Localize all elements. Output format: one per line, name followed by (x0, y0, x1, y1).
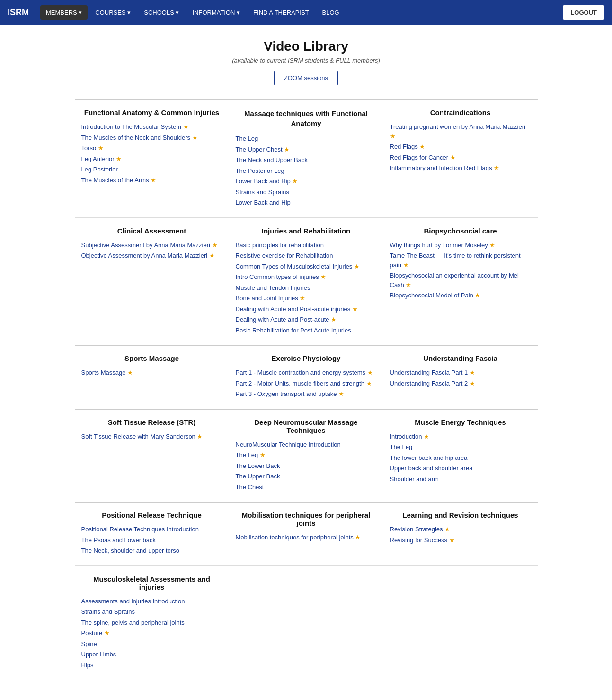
link-met-shoulder-arm[interactable]: Shoulder and arm (390, 476, 439, 483)
link-subjective-assessment[interactable]: Subjective Assessment by Anna Maria Mazz… (81, 242, 218, 249)
link-msk-posture[interactable]: Posture ★ (81, 629, 110, 637)
link-msk-strains[interactable]: Strains and Sprains (81, 608, 135, 615)
link-msk-spine[interactable]: Spine (81, 640, 97, 647)
list-item: Basic Rehabilitation for Post Acute Inju… (236, 326, 377, 335)
link-muscles-arms[interactable]: The Muscles of the Arms ★ (81, 177, 157, 184)
nav-courses[interactable]: COURSES ▾ (89, 5, 136, 20)
list-item: The Neck, shoulder and upper torso (81, 546, 222, 556)
link-prt-neck-shoulder[interactable]: The Neck, shoulder and upper torso (81, 547, 179, 554)
link-nmt-lower-back[interactable]: The Lower Back (236, 462, 280, 469)
link-leg-anterior[interactable]: Leg Anterior ★ (81, 155, 122, 162)
link-msk-upper-limbs[interactable]: Upper Limbs (81, 651, 116, 658)
link-str-mary-sanderson[interactable]: Soft Tissue Release with Mary Sanderson … (81, 433, 203, 440)
link-dealing-acute-star[interactable]: Dealing with Acute and Post-acute injuri… (236, 305, 358, 313)
link-muscles-neck[interactable]: The Muscles of the Neck and Shoulders ★ (81, 134, 198, 141)
star-icon: ★ (470, 369, 475, 376)
nav-information[interactable]: INFORMATION ▾ (186, 5, 246, 20)
link-met-leg[interactable]: The Leg (390, 443, 413, 450)
link-sports-massage[interactable]: Sports Massage ★ (81, 369, 133, 376)
nav-members[interactable]: MEMBERS ▾ (40, 5, 88, 20)
link-msk-intro[interactable]: Assessments and injuries Introduction (81, 598, 185, 605)
link-lower-back-hip-star[interactable]: Lower Back and Hip ★ (236, 178, 298, 185)
section-empty-1 (229, 566, 383, 681)
nav-find-therapist[interactable]: FIND A THERAPIST (248, 5, 315, 20)
section-row-1: Clinical Assessment Subjective Assessmen… (75, 218, 538, 346)
list-item: Part 1 - Muscle contraction and energy s… (236, 368, 377, 377)
link-muscle-tendon[interactable]: Muscle and Tendon Injuries (236, 284, 310, 291)
link-treating-pregnant[interactable]: Treating pregnant women by Anna Maria Ma… (390, 123, 525, 140)
link-msk-spine-pelvis[interactable]: The spine, pelvis and peripheral joints (81, 619, 185, 626)
nav-items: MEMBERS ▾ COURSES ▾ SCHOOLS ▾ INFORMATIO… (40, 5, 563, 20)
link-torso[interactable]: Torso ★ (81, 144, 104, 152)
link-nmt-chest[interactable]: The Chest (236, 484, 264, 491)
list-item: Biopsychosocial an experiential account … (390, 271, 531, 289)
link-basic-principles[interactable]: Basic principles for rehabilitation (236, 242, 324, 249)
link-why-things-hurt[interactable]: Why things hurt by Lorimer Moseley ★ (390, 242, 496, 249)
list-item: Leg Anterior ★ (81, 154, 222, 164)
star-icon: ★ (475, 292, 480, 299)
section-learning-revision: Learning and Revision techniques Revisio… (383, 503, 538, 566)
link-nmt-leg[interactable]: The Leg ★ (236, 451, 266, 458)
star-icon: ★ (300, 295, 305, 302)
section-injuries-rehab: Injuries and Rehabilitation Basic princi… (229, 218, 383, 346)
list-item: Tame The Beast — It's time to rethink pe… (390, 251, 531, 269)
link-posterior-leg[interactable]: The Posterior Leg (236, 167, 284, 174)
link-objective-assessment[interactable]: Objective Assessment by Anna Maria Mazzi… (81, 252, 215, 259)
link-msk-hips[interactable]: Hips (81, 662, 94, 669)
section-title-msk: Musculoskeletal Assessments and injuries (81, 575, 222, 591)
section-soft-tissue-release: Soft Tissue Release (STR) Soft Tissue Re… (75, 410, 229, 503)
link-intro-muscular[interactable]: Introduction to The Muscular System ★ (81, 123, 189, 130)
link-resistive-exercise[interactable]: Resistive exercise for Rehabilitation (236, 252, 333, 259)
section-title-positional-release: Positional Release Technique (81, 511, 222, 519)
link-lower-back-hip[interactable]: Lower Back and Hip (236, 199, 291, 206)
link-intro-common-types[interactable]: Intro Common types of injuries ★ (236, 273, 327, 280)
link-part2-motor[interactable]: Part 2 - Motor Units, muscle fibers and … (236, 380, 372, 387)
link-the-leg[interactable]: The Leg (236, 135, 258, 142)
link-tame-beast[interactable]: Tame The Beast — It's time to rethink pe… (390, 252, 521, 269)
star-icon: ★ (284, 146, 290, 153)
nav-blog[interactable]: BLOG (317, 5, 345, 20)
nav-schools[interactable]: SCHOOLS ▾ (138, 5, 185, 20)
link-fascia-part1[interactable]: Understanding Fascia Part 1 ★ (390, 369, 475, 376)
link-red-flags-cancer[interactable]: Red Flags for Cancer ★ (390, 154, 456, 161)
star-icon: ★ (403, 261, 409, 269)
link-met-intro[interactable]: Introduction ★ (390, 433, 430, 440)
section-exercise-physiology: Exercise Physiology Part 1 - Muscle cont… (229, 346, 383, 409)
link-prt-intro[interactable]: Positional Release Techniques Introducti… (81, 526, 199, 533)
link-basic-rehab-post-acute[interactable]: Basic Rehabilitation for Post Acute Inju… (236, 327, 351, 334)
link-prt-psoas[interactable]: The Psoas and Lower back (81, 537, 156, 544)
section-title-massage-techniques: Massage techniques with Functional Anato… (236, 108, 377, 128)
list-item: The Leg ★ (236, 450, 377, 460)
zoom-sessions-button[interactable]: ZOOM sessions (274, 71, 338, 85)
link-fascia-part2[interactable]: Understanding Fascia Part 2 ★ (390, 380, 475, 387)
link-mobilisation-peripheral[interactable]: Mobilisation techniques for peripheral j… (236, 534, 361, 541)
logout-button[interactable]: LOGOUT (563, 5, 604, 20)
star-icon: ★ (419, 143, 425, 150)
link-strains-sprains[interactable]: Strains and Sprains (236, 188, 289, 196)
link-list-clinical: Subjective Assessment by Anna Maria Mazz… (81, 241, 222, 260)
link-part1-muscle[interactable]: Part 1 - Muscle contraction and energy s… (236, 369, 373, 376)
link-nmt-upper-back[interactable]: The Upper Back (236, 473, 280, 480)
section-title-contraindications: Contraindications (390, 108, 531, 117)
link-part3-oxygen[interactable]: Part 3 - Oxygen transport and uptake ★ (236, 390, 345, 397)
link-upper-chest[interactable]: The Upper Chest ★ (236, 146, 290, 153)
link-leg-posterior[interactable]: Leg Posterior (81, 166, 118, 173)
list-item: Basic principles for rehabilitation (236, 241, 377, 250)
link-biopsychosocial-model[interactable]: Biopsychosocial Model of Pain ★ (390, 292, 481, 299)
link-inflammatory-infection[interactable]: Inflammatory and Infection Red Flags ★ (390, 164, 500, 171)
link-revision-strategies[interactable]: Revision Strategies ★ (390, 526, 451, 533)
link-red-flags[interactable]: Red Flags ★ (390, 143, 426, 150)
star-icon: ★ (406, 281, 411, 288)
link-common-types-msk[interactable]: Common Types of Musculoskeletal Injuries… (236, 263, 360, 270)
link-dealing-acute[interactable]: Dealing with Acute and Post-acute ★ (236, 316, 337, 323)
section-title-exercise-physiology: Exercise Physiology (236, 354, 377, 362)
link-met-lower-back-hip[interactable]: The lower back and hip area (390, 454, 468, 461)
link-met-upper-back-shoulder[interactable]: Upper back and shoulder area (390, 465, 473, 472)
link-bone-joint[interactable]: Bone and Joint Injuries ★ (236, 295, 306, 302)
link-nmt-intro[interactable]: NeuroMuscular Technique Introduction (236, 441, 341, 448)
link-biopsychosocial-mel-cash[interactable]: Biopsychosocial an experiential account … (390, 272, 519, 288)
list-item: Upper back and shoulder area (390, 464, 531, 473)
link-neck-upper-back[interactable]: The Neck and Upper Back (236, 156, 308, 163)
link-revising-for-success[interactable]: Revising for Success ★ (390, 537, 455, 544)
link-list-fascia: Understanding Fascia Part 1 ★ Understand… (390, 368, 531, 388)
